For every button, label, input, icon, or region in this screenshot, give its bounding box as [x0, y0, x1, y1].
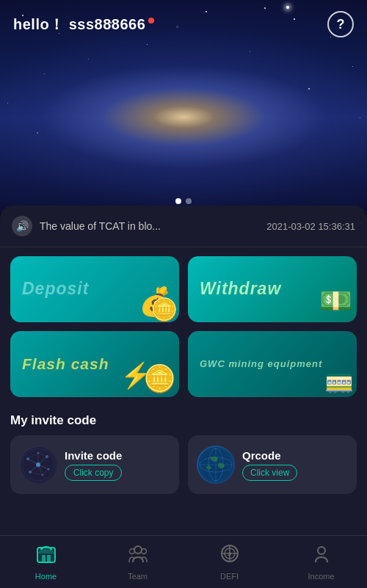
- nav-home-label: Home: [35, 572, 57, 581]
- withdraw-label: Withdraw: [200, 279, 281, 300]
- home-icon: [36, 543, 57, 569]
- nav-defi[interactable]: + DEFI: [184, 537, 275, 587]
- ticker-timestamp: 2021-03-02 15:36:31: [266, 221, 355, 232]
- ticker-message: The value of TCAT in blo...: [40, 220, 161, 232]
- svg-text:+: +: [228, 553, 230, 558]
- greeting-text: hello！ sss888666: [13, 15, 154, 35]
- speaker-icon: 🔊: [12, 216, 32, 236]
- qrcode-info: Qrcode Click view: [242, 449, 297, 481]
- qrcode-card[interactable]: Qrcode Click view: [188, 435, 357, 494]
- flashcash-button[interactable]: Flash cash ⚡ 🪙: [10, 331, 179, 397]
- invite-section-title: My invite code: [10, 413, 357, 428]
- deposit-coin-icon: 🪙: [150, 297, 178, 322]
- lightning-icon: ⚡: [120, 360, 151, 390]
- help-button[interactable]: ?: [327, 11, 354, 37]
- carousel-dot-1[interactable]: [175, 198, 181, 204]
- qrcode-label: Qrcode: [242, 449, 297, 462]
- bottom-nav: Home Team + DEFI: [0, 535, 367, 588]
- main-content: 🔊 The value of TCAT in blo... 2021-03-02…: [0, 206, 367, 557]
- hero-banner: hello！ sss888666 ?: [0, 0, 367, 213]
- withdraw-icon: 💵: [319, 286, 352, 316]
- ticker-bar: 🔊 The value of TCAT in blo... 2021-03-02…: [0, 206, 367, 247]
- invite-grid: Invite code Click copy: [10, 435, 357, 494]
- nav-team-label: Team: [128, 572, 148, 581]
- invite-code-copy-button[interactable]: Click copy: [65, 465, 122, 481]
- mining-label: GWC mining equipment: [200, 358, 322, 371]
- network-globe-icon: [19, 446, 57, 484]
- deposit-label: Deposit: [22, 279, 89, 300]
- carousel-dots: [175, 198, 192, 204]
- flashcash-label: Flash cash: [22, 355, 109, 373]
- svg-point-40: [318, 547, 325, 554]
- withdraw-button[interactable]: Withdraw 💵: [188, 256, 357, 322]
- nav-team[interactable]: Team: [92, 537, 184, 587]
- mining-button[interactable]: GWC mining equipment 🚃: [188, 331, 357, 397]
- invite-section: My invite code: [0, 406, 367, 498]
- income-icon: [311, 543, 332, 569]
- team-icon: [128, 543, 148, 569]
- header-bar: hello！ sss888666 ?: [0, 0, 367, 48]
- svg-point-31: [134, 546, 142, 553]
- deposit-button[interactable]: Deposit 💰 🪙: [10, 256, 179, 322]
- defi-icon: +: [219, 543, 240, 569]
- nav-income-label: Income: [308, 572, 334, 581]
- carousel-dot-2[interactable]: [186, 198, 192, 204]
- invite-code-label: Invite code: [65, 449, 122, 462]
- nav-home[interactable]: Home: [0, 537, 92, 587]
- ticker-left: 🔊 The value of TCAT in blo...: [12, 216, 161, 236]
- mining-icon: 🚃: [324, 366, 354, 394]
- nav-defi-label: DEFI: [220, 572, 239, 581]
- nav-income[interactable]: Income: [275, 537, 367, 587]
- qrcode-view-button[interactable]: Click view: [242, 465, 297, 481]
- invite-code-card[interactable]: Invite code Click copy: [10, 435, 179, 494]
- earth-globe-icon: [197, 446, 235, 484]
- invite-code-info: Invite code Click copy: [65, 449, 122, 481]
- action-grid: Deposit 💰 🪙 Withdraw 💵 Flash cash ⚡ 🪙 GW…: [0, 247, 367, 406]
- svg-rect-30: [38, 549, 54, 562]
